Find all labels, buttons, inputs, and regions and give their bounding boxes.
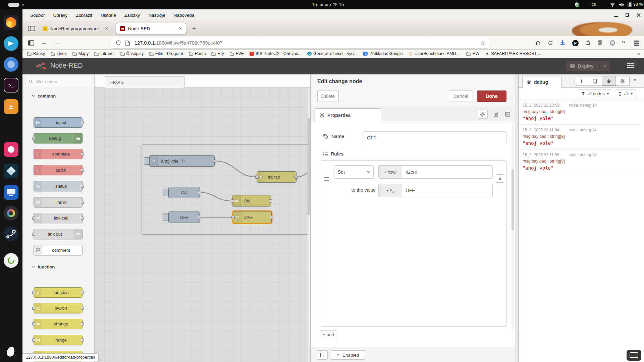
message-value[interactable]: "ahoj vole" <box>523 140 635 146</box>
sidebar-toggle-icon[interactable] <box>28 40 34 46</box>
palette-node-range[interactable]: range <box>34 335 83 345</box>
message-value[interactable]: "ahoj vole" <box>523 116 635 121</box>
palette-node-link-out[interactable]: link out <box>34 229 83 239</box>
bookmark-folder-intranet[interactable]: Intranet <box>94 51 114 56</box>
nodered-menu-icon[interactable] <box>627 63 634 68</box>
overflow-menu-icon[interactable]: » <box>622 39 625 45</box>
bookmark-folder-fve[interactable]: FVE <box>230 51 244 56</box>
volume-icon[interactable] <box>619 2 624 7</box>
bookmark-safari-park[interactable]: ♣SAFARI PARK RESORT ... <box>485 51 541 56</box>
message-property[interactable]: msg.payload : string[9] <box>523 159 635 164</box>
node-appearance-button[interactable] <box>502 110 513 119</box>
menu-napoveda[interactable]: Nápověda <box>174 13 195 18</box>
debug-message[interactable]: 15. 2. 2025 22:11:04node: debug 14 msg.p… <box>519 125 639 149</box>
privacy-badger-icon[interactable]: P <box>572 40 579 46</box>
menu-zobrazit[interactable]: Zobrazit <box>76 13 92 18</box>
dock-media-icon[interactable] <box>4 142 18 157</box>
ublock-origin-icon[interactable]: UO <box>597 40 603 47</box>
url-bar[interactable]: 127.0.0.1:1880/#flow/5d4702c769ec4f07 ☆ <box>111 38 490 48</box>
dock-display-icon[interactable] <box>4 185 18 200</box>
menu-soubor[interactable]: Soubor <box>30 13 45 18</box>
page-info-icon[interactable] <box>125 41 130 46</box>
node-settings-button[interactable] <box>478 110 488 119</box>
dock-calculator-icon[interactable]: ± <box>4 99 18 114</box>
palette-node-function[interactable]: ƒ function <box>34 287 83 298</box>
done-button[interactable]: Done <box>477 90 506 102</box>
bookmark-folder-hry[interactable]: Hry <box>211 51 224 56</box>
rule-value-input[interactable]: ▾ az OFF <box>378 184 493 197</box>
node-info-button[interactable] <box>317 350 328 360</box>
canvas-scrollbar[interactable] <box>308 88 310 362</box>
menu-nastroje[interactable]: Nástroje <box>148 13 165 18</box>
message-property[interactable]: msg.payload : string[9] <box>523 134 635 139</box>
dock-store-icon[interactable] <box>4 253 18 268</box>
dock-firefox-icon[interactable] <box>4 15 18 30</box>
palette-category-function[interactable]: function <box>22 262 95 272</box>
dock-game-icon[interactable] <box>4 206 18 221</box>
bookmark-ips-protectx[interactable]: ≡IPS ProtectX - Ohřívač... <box>250 51 302 56</box>
reload-icon[interactable] <box>548 40 553 46</box>
message-property[interactable]: msg.payload : string[9] <box>523 109 635 114</box>
bookmark-folder-banky[interactable]: Banky <box>27 51 45 56</box>
tab-node-red-active[interactable]: Node-RED × <box>116 23 186 34</box>
app-menu-icon[interactable] <box>634 41 639 46</box>
palette-node-inject[interactable]: inject <box>34 117 83 128</box>
bookmark-userbenchmark[interactable]: ◷UserBenchmark: AMD ... <box>409 51 461 56</box>
maximize-button[interactable] <box>625 13 629 17</box>
palette-node-change[interactable]: change <box>34 319 83 329</box>
dock-browser-icon[interactable] <box>4 57 18 72</box>
debug-message[interactable]: 15. 2. 2025 22:11:09node: debug 14 msg.p… <box>519 149 639 174</box>
dock-chat-icon[interactable] <box>4 36 18 51</box>
clear-messages-button[interactable]: all ▾ <box>615 89 636 98</box>
debug-message[interactable]: 15. 2. 2025 22:10:59node: debug 14 msg.p… <box>519 100 639 125</box>
tab-close-icon[interactable]: × <box>105 26 108 31</box>
menu-zalozky[interactable]: Záložky <box>124 13 140 18</box>
sidebar-collapse-caret-icon[interactable]: ▾ <box>634 78 636 82</box>
palette-node-switch[interactable]: switch <box>34 303 83 313</box>
target-type-button[interactable]: ▾flow. <box>379 166 402 178</box>
bookmark-star-icon[interactable]: ☆ <box>480 40 485 46</box>
add-rule-button[interactable]: +add <box>320 330 337 339</box>
palette-node-link-in[interactable]: link in <box>34 197 83 207</box>
tab-close-icon[interactable]: × <box>179 26 182 31</box>
forward-button[interactable]: → <box>54 39 60 46</box>
config-tab-button[interactable] <box>616 76 630 86</box>
wifi-icon[interactable] <box>610 3 615 7</box>
palette-search-input[interactable]: filter nodes <box>25 77 92 86</box>
palette-node-link-call[interactable]: link call <box>34 213 83 223</box>
tab-nodered-programovani[interactable]: ☺ NodeRed programování - × <box>39 23 111 34</box>
filter-nodes-button[interactable]: all nodes ▾ <box>578 89 612 98</box>
bookmark-folder-casopisy[interactable]: Časopisy <box>120 51 144 56</box>
new-tab-button[interactable]: + <box>192 25 196 32</box>
home-icon[interactable] <box>535 40 541 46</box>
system-clock[interactable]: 15. února 22:15 <box>312 2 344 7</box>
palette-node-status[interactable]: status <box>34 181 83 191</box>
rule-action-select[interactable]: Set <box>334 165 374 179</box>
rule-drag-handle[interactable] <box>324 177 329 181</box>
deploy-options-caret-icon[interactable]: ▾ <box>599 64 610 68</box>
menu-upravy[interactable]: Úpravy <box>53 13 68 18</box>
flow-canvas[interactable]: ahoj vole ↻ switch ON ON OFF OF <box>95 88 310 362</box>
palette-category-common[interactable]: common <box>22 91 95 101</box>
tab-debug[interactable]: debug <box>522 76 562 88</box>
window-indicator-icon[interactable] <box>8 3 19 7</box>
message-value[interactable]: "ahoj vole" <box>523 165 635 171</box>
dock-terminal-icon[interactable]: >_ <box>4 78 18 93</box>
palette-node-catch[interactable]: ! catch <box>34 165 83 175</box>
delete-button[interactable]: Delete <box>317 90 339 102</box>
menu-historie[interactable]: Historie <box>101 13 116 18</box>
enabled-toggle-button[interactable]: ○Enabled <box>331 350 365 360</box>
dock-diamond-icon[interactable] <box>4 164 18 178</box>
rule-target-input[interactable]: ▾flow. rizeni <box>378 165 493 179</box>
extension-icon[interactable] <box>585 40 591 46</box>
bookmark-folder-film-program[interactable]: Film - Program <box>149 51 183 56</box>
battery-icon[interactable] <box>627 2 633 7</box>
debug-tab-button[interactable] <box>602 76 616 86</box>
bookmark-prekladac-google[interactable]: GPřekladač Google <box>363 51 402 56</box>
keyboard-layout-indicator[interactable]: cs <box>592 2 596 7</box>
tracking-shield-icon[interactable] <box>116 40 121 46</box>
palette-node-comment[interactable]: comment <box>34 245 83 255</box>
palette-node-complete[interactable]: ! complete <box>34 149 83 159</box>
dock-steam-icon[interactable] <box>4 227 18 241</box>
value-type-button[interactable]: ▾ az <box>379 184 402 197</box>
